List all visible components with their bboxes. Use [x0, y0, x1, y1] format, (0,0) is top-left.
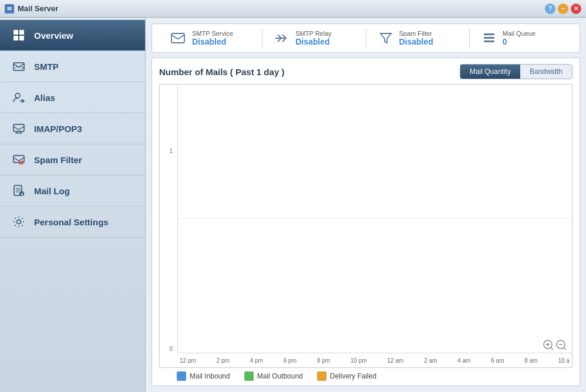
title-bar-controls: ? – ✕ [545, 4, 581, 14]
sidebar-item-smtp-label: SMTP [34, 62, 59, 72]
title-bar: ✉ Mail Server ? – ✕ [0, 0, 586, 18]
svg-line-23 [551, 347, 553, 350]
tab-mail-quantity[interactable]: Mail Quantity [460, 65, 520, 79]
chart-title: Number of Mails ( Past 1 day ) [159, 67, 284, 77]
smtp-icon [11, 58, 27, 75]
chart-y-axis: 0 1 [160, 85, 177, 353]
smtp-relay-status: SMTP Relay Disabled [262, 28, 366, 49]
sidebar-item-alias[interactable]: Alias [0, 82, 145, 113]
svg-rect-16 [171, 33, 184, 43]
chart-legend: Mail Inbound Mail Outbound Delivery Fail… [159, 368, 572, 382]
sidebar: Overview SMTP [0, 18, 146, 392]
mail-outbound-label: Mail Outbound [257, 372, 303, 380]
y-label-0: 0 [169, 346, 175, 352]
x-label-8: 4 am [457, 357, 470, 364]
svg-rect-4 [14, 63, 24, 70]
svg-rect-7 [14, 124, 24, 131]
mail-log-icon: d [11, 183, 27, 199]
close-button[interactable]: ✕ [571, 4, 581, 14]
mail-outbound-color [244, 371, 254, 381]
svg-point-15 [17, 220, 21, 224]
alias-icon [11, 89, 27, 106]
smtp-relay-icon [274, 31, 289, 46]
title-bar-left: ✉ Mail Server [5, 4, 58, 13]
x-label-3: 6 pm [284, 357, 297, 364]
app-icon: ✉ [5, 4, 14, 13]
chart-header: Number of Mails ( Past 1 day ) Mail Quan… [159, 64, 572, 79]
y-label-1: 1 [169, 148, 175, 154]
gridline-50 [178, 218, 572, 219]
svg-text:d: d [21, 192, 23, 196]
smtp-service-status: SMTP Service Disabled [159, 28, 262, 49]
zoom-controls [543, 339, 567, 351]
svg-rect-17 [484, 33, 494, 35]
x-label-1: 2 pm [217, 357, 230, 364]
svg-rect-2 [14, 36, 18, 40]
smtp-relay-value: Disabled [295, 37, 332, 46]
sidebar-item-spam-filter[interactable]: Spam Filter [0, 144, 145, 175]
sidebar-item-imap-pop3[interactable]: IMAP/POP3 [0, 113, 145, 144]
spam-filter-status: Spam Filter Disabled [366, 28, 470, 49]
help-button[interactable]: ? [545, 4, 555, 14]
x-label-2: 4 pm [250, 357, 263, 364]
chart-section: Number of Mails ( Past 1 day ) Mail Quan… [151, 58, 580, 386]
delivery-failed-color [317, 371, 326, 381]
sidebar-item-alias-label: Alias [34, 93, 55, 103]
minimize-button[interactable]: – [558, 4, 568, 14]
smtp-relay-text: SMTP Relay Disabled [295, 30, 332, 46]
svg-rect-18 [484, 37, 494, 39]
smtp-service-label: SMTP Service [192, 30, 233, 37]
legend-mail-inbound: Mail Inbound [177, 371, 230, 381]
filter-icon [378, 31, 393, 46]
spam-filter-icon [11, 151, 27, 168]
x-label-10: 8 am [524, 357, 537, 364]
chart-x-axis: 12 pm 2 pm 4 pm 6 pm 8 pm 10 pm 12 am 2 … [177, 353, 572, 367]
main-layout: Overview SMTP [0, 18, 586, 392]
svg-rect-3 [19, 36, 24, 40]
svg-rect-19 [484, 40, 494, 42]
sidebar-item-overview[interactable]: Overview [0, 20, 145, 51]
status-bar: SMTP Service Disabled SMTP Relay Disable… [151, 23, 580, 53]
tab-bandwidth[interactable]: Bandwidth [520, 65, 572, 79]
zoom-out-button[interactable] [555, 339, 567, 351]
x-label-5: 10 pm [351, 357, 367, 364]
x-label-9: 6 am [491, 357, 504, 364]
smtp-relay-label: SMTP Relay [295, 30, 332, 37]
mail-queue-value: 0 [503, 37, 536, 46]
svg-rect-1 [19, 30, 24, 35]
sidebar-item-mail-log-label: Mail Log [34, 186, 70, 196]
x-label-6: 12 am [388, 357, 404, 364]
content-area: SMTP Service Disabled SMTP Relay Disable… [146, 18, 586, 392]
sidebar-item-overview-label: Overview [34, 31, 73, 40]
smtp-service-text: SMTP Service Disabled [192, 30, 233, 46]
spam-filter-value: Disabled [399, 37, 433, 46]
mail-queue-icon [481, 31, 497, 46]
app-title: Mail Server [18, 4, 58, 13]
svg-point-5 [15, 93, 20, 98]
smtp-service-icon [171, 31, 186, 46]
mail-queue-label: Mail Queue [503, 30, 536, 37]
mail-queue-text: Mail Queue 0 [503, 30, 536, 46]
x-label-0: 12 pm [180, 357, 196, 364]
svg-rect-0 [14, 30, 18, 35]
sidebar-item-mail-log[interactable]: d Mail Log [0, 175, 145, 207]
sidebar-item-imap-label: IMAP/POP3 [34, 124, 82, 134]
chart-tabs: Mail Quantity Bandwidth [460, 64, 572, 79]
smtp-service-value: Disabled [192, 37, 233, 46]
imap-icon [11, 120, 27, 137]
x-label-4: 8 pm [317, 357, 330, 364]
settings-icon [11, 214, 27, 230]
overview-icon [11, 27, 27, 43]
legend-delivery-failed: Delivery Failed [317, 371, 376, 381]
chart-plot-area [177, 85, 572, 353]
mail-inbound-color [177, 371, 186, 381]
x-label-11: 10 a [558, 357, 569, 364]
legend-mail-outbound: Mail Outbound [244, 371, 303, 381]
sidebar-item-personal-settings[interactable]: Personal Settings [0, 207, 145, 238]
spam-filter-text: Spam Filter Disabled [399, 30, 433, 46]
x-label-7: 2 am [424, 357, 437, 364]
chart-container: 0 1 [159, 84, 572, 368]
sidebar-item-smtp[interactable]: SMTP [0, 51, 145, 82]
zoom-in-button[interactable] [543, 339, 554, 351]
spam-filter-label: Spam Filter [399, 30, 433, 37]
